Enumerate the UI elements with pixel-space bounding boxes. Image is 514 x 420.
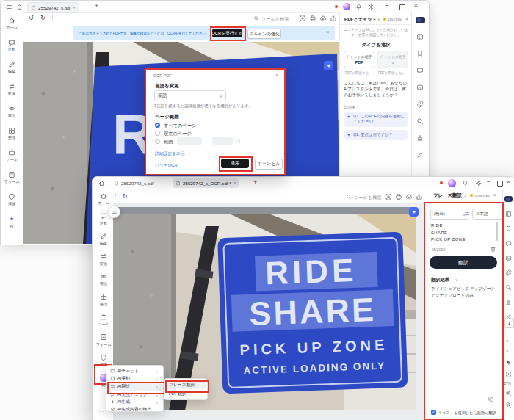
gear-icon[interactable] (475, 180, 482, 187)
submenu-item-pdf-translate[interactable]: PDF翻訳 (169, 391, 186, 397)
maximize-button[interactable] (399, 4, 405, 10)
sidebar-item-view[interactable]: 表示 (1, 101, 23, 123)
sidebar-item-view[interactable]: 表示 (93, 269, 115, 290)
minimize-button[interactable]: − (487, 179, 491, 185)
sidebar-item-organize[interactable]: 整理 (93, 290, 115, 311)
print-icon[interactable] (395, 193, 402, 200)
share-icon[interactable] (416, 193, 423, 200)
sidebar-overflow[interactable]: … (98, 407, 104, 413)
sidebar-item-tools[interactable]: ツール (93, 310, 115, 330)
page-preview-icon[interactable] (505, 255, 512, 261)
screenshot-icon[interactable] (385, 193, 392, 200)
advanced-settings-link[interactable]: 詳細設定を表示 (155, 151, 185, 157)
chat-target-pdf-card[interactable]: チャットの相手 PDF (344, 51, 374, 68)
language-select[interactable]: 英語 ∨ (154, 90, 226, 101)
close-button[interactable]: × (414, 3, 418, 9)
signature-icon[interactable] (416, 151, 424, 159)
panel-close-icon[interactable]: × (405, 16, 408, 21)
rail-ai-toggle[interactable] (504, 196, 513, 202)
chat-target-other-card[interactable]: チャットの相手 ∨ (377, 51, 408, 68)
tab-original-document[interactable]: 25529742_s.pdf (111, 178, 156, 188)
scrollbar-thumb[interactable] (496, 222, 498, 241)
screenshot-icon[interactable] (299, 15, 306, 22)
zoom-out-icon[interactable] (505, 402, 512, 408)
sidebar-item-edit[interactable]: 編集 (93, 229, 115, 250)
example-question-2[interactable]: Q2. 要点は何ですか？ (344, 130, 408, 140)
share-icon[interactable] (330, 15, 337, 22)
sidebar-item-comment[interactable]: 注釈 (1, 35, 23, 57)
gear-icon[interactable] (368, 4, 374, 10)
ai-bubble-button[interactable] (324, 61, 333, 70)
search-sidebar-icon[interactable] (416, 117, 424, 125)
maximize-button[interactable] (497, 181, 503, 187)
example-question-1[interactable]: Q1. このPDFの内容を要約してください。 (344, 112, 408, 127)
thumbnails-icon[interactable] (505, 211, 512, 217)
radio-all-pages[interactable] (155, 123, 160, 128)
search-icon[interactable] (346, 194, 352, 200)
menu-item-ai-generate[interactable]: AI生成› (110, 399, 130, 405)
tool-search-label[interactable]: ツールを検索 (354, 195, 382, 201)
redo-icon[interactable]: ↻ (40, 15, 46, 21)
ai-assistant-orb-icon[interactable] (343, 3, 350, 10)
tab-close-icon[interactable]: × (234, 181, 236, 185)
tool-search-label[interactable]: ツールを検索 (261, 16, 289, 23)
zoom-in-icon[interactable] (505, 390, 512, 397)
zoom-level[interactable]: 127% (502, 382, 511, 385)
copy-icon[interactable] (488, 396, 494, 402)
close-button[interactable]: × (507, 179, 510, 185)
sidebar-item-form[interactable]: フォーム (93, 330, 115, 351)
search-icon[interactable] (253, 15, 259, 21)
tab-ocr-document[interactable]: 25529742_s_OCR.pdf * × (173, 178, 239, 188)
cloud-upload-icon[interactable] (405, 193, 413, 200)
sidebar-item-convert[interactable]: 変換 (93, 250, 115, 270)
print-icon[interactable] (309, 15, 316, 22)
page-down-icon[interactable]: ∨ (506, 349, 509, 353)
attachment-icon[interactable] (505, 269, 512, 276)
page-preview-icon[interactable] (416, 84, 424, 91)
search-sidebar-icon[interactable] (505, 284, 512, 291)
sidebar-item-form[interactable]: フォーム (1, 167, 23, 189)
panel-close-icon[interactable]: × (493, 192, 496, 198)
submenu-item-phrase-translate[interactable]: フレーズ翻訳 (169, 382, 195, 388)
menu-item-ai-grammar[interactable]: AI文法チェック› (110, 391, 148, 398)
stamp-icon[interactable] (416, 134, 424, 142)
sidebar-item-convert[interactable]: 変換 (1, 79, 23, 101)
minimize-button[interactable]: − (386, 3, 389, 9)
comments-icon[interactable] (505, 240, 512, 247)
menu-item-ai-translate[interactable]: AI翻訳› (110, 383, 130, 390)
rail-ai-toggle[interactable] (416, 17, 425, 23)
bell-icon[interactable] (462, 180, 468, 187)
cloud-upload-icon[interactable] (319, 15, 327, 22)
menu-item-ai-chat[interactable]: AIチャット› (110, 368, 139, 374)
batch-ocr-link[interactable]: バッチOCR (155, 162, 178, 169)
home-icon[interactable] (98, 180, 105, 187)
bookmark-icon[interactable] (505, 225, 512, 232)
thumbnails-icon[interactable] (416, 33, 424, 40)
range-to-input[interactable] (212, 137, 233, 145)
auto-translate-checkbox[interactable]: ✓ (431, 410, 436, 415)
sidebar-item-tools[interactable]: ツール (1, 145, 23, 167)
menu-item-ai-summary[interactable]: AI要約› (110, 375, 130, 382)
radio-current-page[interactable] (155, 131, 160, 136)
page-up-icon[interactable]: ∧ (506, 338, 509, 343)
sidebar-overflow[interactable]: … (9, 231, 15, 238)
ai-bubble-button[interactable] (409, 207, 419, 217)
radio-range[interactable] (155, 139, 160, 144)
sidebar-item-edit[interactable]: 編集 (1, 57, 23, 79)
enhance-scan-button[interactable]: スキャンの強化 (247, 29, 281, 39)
banner-close-icon[interactable]: × (326, 29, 329, 35)
home-icon[interactable] (16, 4, 23, 10)
caret-down-icon[interactable]: ∨ (455, 278, 458, 282)
dialog-close-icon[interactable]: × (275, 73, 278, 78)
collapse-panel-fab[interactable] (108, 206, 120, 218)
fit-page-icon[interactable] (505, 371, 512, 377)
redo-icon[interactable]: ↻ (123, 193, 128, 200)
comments-icon[interactable] (416, 67, 424, 74)
pointer-tool-icon[interactable] (505, 359, 512, 366)
source-text[interactable]: RIDE SHARE PICK UP ZONE (431, 222, 496, 244)
caret-down-icon[interactable]: ∨ (464, 194, 467, 198)
attachment-icon[interactable] (416, 101, 424, 108)
undo-icon[interactable]: ↺ (29, 15, 34, 21)
ai-assistant-orb-icon[interactable] (448, 179, 456, 187)
trash-icon[interactable] (490, 246, 496, 253)
